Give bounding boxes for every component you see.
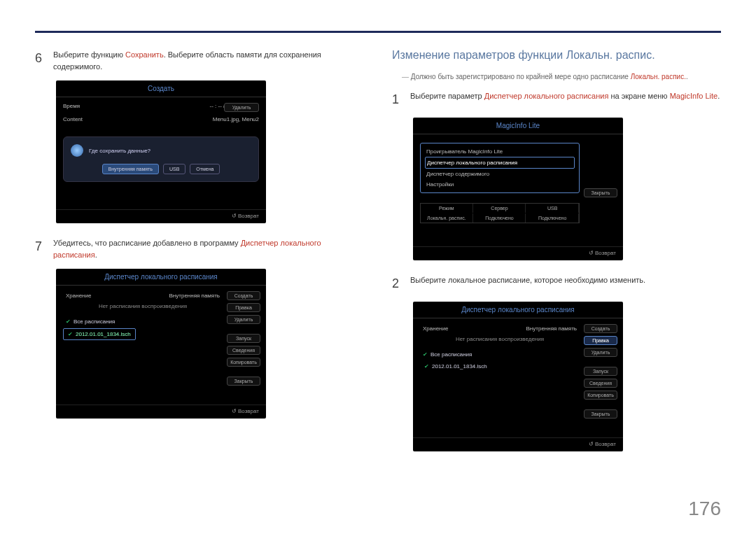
step-number: 6 [35,49,46,72]
menu-item[interactable]: Проигрыватель MagicInfo Lite [425,146,575,157]
figure-local-scheduler: Диспетчер локального расписания Создать … [56,269,266,419]
cancel-button[interactable]: Отмена [190,164,220,174]
copy-button[interactable]: Копировать [584,391,617,400]
schedule-file[interactable]: ✔2012.01.01_1834.lsch [63,328,136,340]
check-icon: ✔ [424,363,429,370]
create-button[interactable]: Создать [584,324,617,333]
info-button[interactable]: Сведения [227,346,260,355]
figure-create: Создать Время-- : -- am ~ -- : -- pm Уда… [56,80,266,223]
delete-button[interactable]: Удалить [584,348,617,357]
status-grid: Режим Сервер USB Локальн. распис. Подклю… [420,203,580,223]
time-label: Время [63,103,80,109]
figure-title: MagicInfo Lite [413,118,623,134]
menu-box: Проигрыватель MagicInfo Lite Диспетчер л… [420,143,580,193]
close-button[interactable]: Закрыть [227,377,260,386]
grid-value: Подключено [526,213,579,223]
menu-item[interactable]: Диспетчер содержимого [425,169,575,179]
bulb-icon [71,144,83,157]
step-text: Убедитесь, что расписание добавлено в пр… [53,239,241,247]
magicinfo-highlight: MagicInfo Lite [670,92,718,100]
save-highlight: Сохранить [125,50,164,59]
storage-label: Хранение [423,325,448,332]
copy-button[interactable]: Копировать [227,358,260,367]
page-number: 176 [688,498,721,520]
step-text: Выберите локальное расписание, которое н… [410,274,645,293]
return-label: Возврат [56,209,266,223]
grid-value: Подключено [474,213,526,223]
return-label: Возврат [413,246,623,260]
figure-magicinfo: MagicInfo Lite Закрыть Проигрыватель Mag… [413,118,623,260]
grid-header: Сервер [474,204,526,213]
storage-label: Хранение [66,293,91,299]
return-label: Возврат [56,405,266,419]
schedule-file[interactable]: ✔2012.01.01_1834.lsch [420,361,491,372]
step-number: 2 [392,274,403,293]
no-schedule-text: Нет расписания воспроизведения [63,303,223,309]
figure-title: Диспетчер локального расписания [413,302,623,318]
side-button-panel: Создать Правка Удалить Запуск Сведения К… [227,291,260,386]
grid-header: USB [526,204,579,213]
step-text: Выберите функцию [53,50,125,59]
check-icon: ✔ [423,351,428,358]
all-schedules-label: Все расписания [74,318,115,325]
left-column: 6 Выберите функцию Сохранить. Выберите о… [35,49,364,465]
all-schedules-label: Все расписания [430,351,472,358]
step-number: 1 [392,90,403,109]
menu-item[interactable]: Настройки [425,179,575,190]
side-button-panel: Закрыть [584,188,617,197]
usb-button[interactable]: USB [163,164,186,174]
step-text: на экране меню [608,92,669,100]
section-heading: Изменение параметров функции Локальн. ра… [392,49,721,62]
dialog-question: Где сохранить данные? [89,148,150,154]
grid-header: Режим [421,204,473,213]
check-icon: ✔ [66,318,71,325]
info-button[interactable]: Сведения [584,379,617,388]
delete-button[interactable]: Удалить [224,103,259,112]
step-text: . [718,92,720,100]
internal-memory-button[interactable]: Внутренняя память [102,164,159,174]
grid-value: Локальн. распис. [421,213,473,223]
step-text: . [95,251,97,259]
side-button-panel: Создать Правка Удалить Запуск Сведения К… [584,324,617,419]
step-6: 6 Выберите функцию Сохранить. Выберите о… [35,49,364,72]
run-button[interactable]: Запуск [584,367,617,376]
figure-title: Создать [56,80,266,97]
create-button[interactable]: Создать [227,291,260,300]
check-icon: ✔ [68,331,73,337]
figure-title: Диспетчер локального расписания [56,269,266,286]
storage-value: Внутренняя память [526,325,577,332]
note: Должно быть зарегистрировано по крайней … [402,71,721,82]
close-button[interactable]: Закрыть [584,188,617,197]
right-column: Изменение параметров функции Локальн. ра… [392,49,721,465]
menu-item-dispatcher[interactable]: Диспетчер локального расписания [425,157,575,169]
return-label: Возврат [413,437,623,451]
dispatcher-highlight: Диспетчер локального расписания [484,92,609,100]
edit-button[interactable]: Правка [227,303,260,312]
delete-button[interactable]: Удалить [227,315,260,324]
run-button[interactable]: Запуск [227,334,260,343]
local-sched-highlight: Локальн. распис. [631,73,686,80]
step-text: Выберите параметр [410,92,484,100]
step-number: 7 [35,237,46,260]
no-schedule-text: Нет расписания воспроизведения [420,336,580,342]
step-7: 7 Убедитесь, что расписание добавлено в … [35,237,364,260]
content-label: Content [63,116,83,122]
figure-local-scheduler-edit: Диспетчер локального расписания Создать … [413,302,623,451]
save-dialog: Где сохранить данные? Внутренняя память … [63,136,259,182]
content-value: Menu1.jpg, Menu2 [213,116,259,122]
storage-value: Внутренняя память [169,293,220,299]
step-2: 2 Выберите локальное расписание, которое… [392,274,721,293]
close-button[interactable]: Закрыть [584,409,617,419]
edit-button[interactable]: Правка [584,336,617,345]
step-1: 1 Выберите параметр Диспетчер локального… [392,90,721,109]
